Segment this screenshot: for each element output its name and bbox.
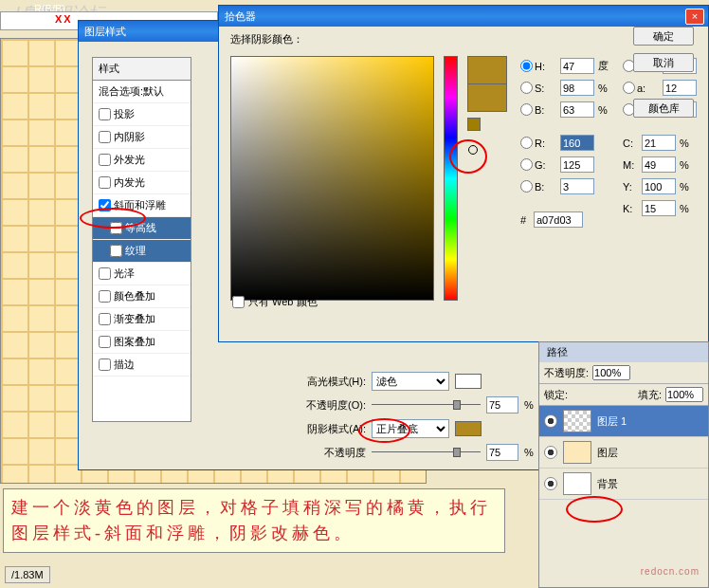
- highlight-mode-select[interactable]: 滤色: [372, 372, 449, 391]
- instruction-text: 建一个淡黄色的图层，对格子填稍深写的橘黄，执行图层样式-斜面和浮雕，阴影改赫色。: [3, 488, 505, 553]
- shadow-mode-select[interactable]: 正片叠底: [372, 419, 449, 438]
- s-radio[interactable]: S:: [520, 82, 556, 94]
- b-input[interactable]: [560, 101, 594, 118]
- sv-marker[interactable]: [468, 145, 478, 155]
- opacity2-slider[interactable]: [372, 446, 481, 459]
- layer-item[interactable]: 图层 1: [539, 406, 708, 437]
- style-item[interactable]: 等高线: [93, 217, 191, 240]
- old-color-swatch[interactable]: [467, 83, 507, 112]
- layer-thumb: [563, 410, 591, 432]
- layer-thumb: [563, 472, 591, 495]
- styles-list: 样式 混合选项:默认 投影内阴影外发光内发光斜面和浮雕等高线纹理光泽颜色叠加渐变…: [92, 57, 191, 422]
- redocn-watermark: redocn.com: [641, 566, 700, 577]
- r-input[interactable]: [560, 135, 594, 151]
- pct-suffix: %: [524, 399, 534, 411]
- h-radio[interactable]: H:: [520, 60, 556, 72]
- opacity-value[interactable]: [592, 365, 630, 380]
- r-radio[interactable]: R:: [520, 137, 556, 149]
- bevel-form: 高光模式(H): 滤色 不透明度(O): % 阴影模式(A): 正片叠底 不透明…: [292, 372, 576, 467]
- style-item[interactable]: 内发光: [93, 172, 191, 194]
- xx-marker: XX: [55, 13, 73, 25]
- b2-radio[interactable]: B:: [520, 180, 556, 193]
- layer-thumb: [563, 441, 591, 464]
- visibility-icon[interactable]: [544, 446, 557, 459]
- opacity2-label: 不透明度: [292, 446, 366, 460]
- opacity1-input[interactable]: [486, 396, 518, 413]
- k-input[interactable]: [642, 200, 676, 216]
- opacity1-slider[interactable]: [372, 398, 481, 412]
- highlight-color-swatch[interactable]: [455, 374, 482, 389]
- style-item[interactable]: 图案叠加: [93, 331, 191, 354]
- opacity1-label: 不透明度(O):: [292, 398, 366, 413]
- fill-value[interactable]: [665, 387, 703, 402]
- opacity-label: 不透明度:: [544, 366, 589, 380]
- layer-item[interactable]: 背景: [539, 469, 708, 500]
- c-input[interactable]: [642, 135, 676, 151]
- style-item[interactable]: 光泽: [93, 263, 191, 285]
- layer-item[interactable]: 图层: [539, 437, 708, 469]
- saturation-value-box[interactable]: [230, 56, 434, 301]
- style-item[interactable]: 渐变叠加: [93, 308, 191, 331]
- blend-options[interactable]: 混合选项:默认: [93, 81, 191, 103]
- h-input[interactable]: [560, 58, 594, 74]
- g-radio[interactable]: G:: [520, 158, 556, 171]
- color-picker-dialog: 拾色器 × 选择阴影颜色： H:度 S:% B:% R: G: B: #: [218, 5, 709, 342]
- styles-header[interactable]: 样式: [93, 58, 191, 81]
- layers-panel: 路径 不透明度: 锁定: 填充: 图层 1图层背景: [538, 341, 709, 588]
- hex-input[interactable]: [534, 211, 583, 228]
- g-input[interactable]: [560, 156, 594, 173]
- color-lib-button[interactable]: 颜色库: [633, 99, 694, 118]
- hue-slider[interactable]: [444, 56, 458, 301]
- b2-input[interactable]: [560, 178, 594, 194]
- warn-swatch[interactable]: [467, 118, 481, 131]
- close-icon[interactable]: ×: [685, 9, 704, 25]
- style-item[interactable]: 颜色叠加: [93, 285, 191, 308]
- visibility-icon[interactable]: [544, 477, 557, 490]
- shadow-label: 阴影模式(A):: [292, 422, 366, 436]
- b-radio[interactable]: B:: [520, 103, 556, 116]
- style-item[interactable]: 描边: [93, 354, 191, 377]
- style-item[interactable]: 纹理: [93, 240, 191, 263]
- lock-label: 锁定:: [544, 388, 568, 402]
- layer-style-title: 图层样式: [84, 25, 126, 39]
- s-input[interactable]: [560, 80, 594, 96]
- web-only-checkbox[interactable]: 只有 Web 颜色: [232, 295, 318, 309]
- style-item[interactable]: 斜面和浮雕: [93, 194, 191, 217]
- highlight-label: 高光模式(H):: [292, 375, 366, 389]
- style-item[interactable]: 内阴影: [93, 126, 191, 149]
- visibility-icon[interactable]: [544, 414, 557, 428]
- ok-button[interactable]: 确定: [633, 27, 694, 46]
- m-input[interactable]: [642, 156, 676, 173]
- new-color-swatch[interactable]: [467, 56, 507, 84]
- paths-tab[interactable]: 路径: [539, 342, 575, 362]
- y-input[interactable]: [642, 178, 676, 194]
- status-bar: /1.83M: [5, 566, 50, 583]
- picker-title: 拾色器: [225, 9, 256, 24]
- shadow-color-swatch[interactable]: [455, 421, 482, 436]
- fill-label: 填充:: [638, 388, 662, 402]
- style-item[interactable]: 投影: [93, 103, 191, 126]
- style-item[interactable]: 外发光: [93, 149, 191, 172]
- opacity2-input[interactable]: [486, 444, 518, 461]
- pct-suffix2: %: [524, 447, 534, 458]
- cancel-button[interactable]: 取消: [633, 53, 694, 72]
- picker-titlebar[interactable]: 拾色器 ×: [219, 6, 708, 27]
